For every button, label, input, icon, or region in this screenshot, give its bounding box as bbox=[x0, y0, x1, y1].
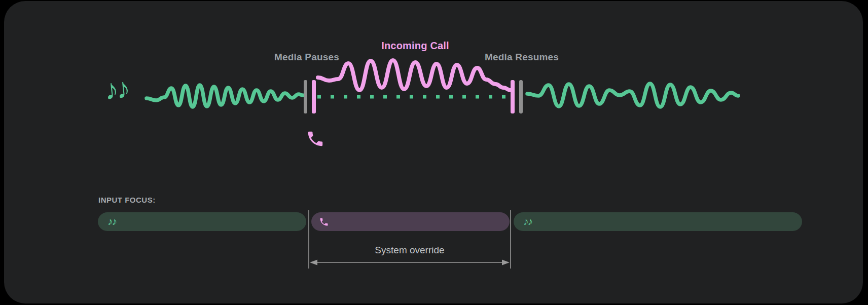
media-waveform-after bbox=[527, 84, 738, 107]
music-notes-icon: ♪♪ bbox=[107, 216, 116, 226]
override-range-arrow bbox=[309, 258, 511, 266]
system-override-label: System override bbox=[375, 245, 444, 256]
music-notes-icon: ♪♪ bbox=[523, 216, 532, 226]
incoming-call-waveform bbox=[318, 60, 511, 90]
arrowhead-right-icon bbox=[502, 260, 510, 265]
focus-bar-media-after: ♪♪ bbox=[514, 212, 802, 231]
arrowhead-left-icon bbox=[310, 260, 317, 265]
audio-focus-diagram: Media Pauses Incoming Call Media Resumes… bbox=[0, 0, 868, 305]
input-focus-heading: INPUT FOCUS: bbox=[98, 196, 156, 204]
media-pause-marker bbox=[304, 80, 307, 113]
diagram-card: Media Pauses Incoming Call Media Resumes… bbox=[4, 1, 863, 303]
focus-bar-media-before: ♪♪ bbox=[98, 212, 306, 231]
timeline-waveform bbox=[4, 1, 868, 168]
call-end-marker bbox=[511, 80, 515, 113]
focus-bar-call bbox=[311, 212, 510, 231]
media-waveform-before bbox=[147, 85, 303, 107]
media-resume-marker bbox=[519, 80, 523, 113]
phone-icon bbox=[308, 132, 322, 146]
call-start-marker bbox=[312, 80, 316, 113]
phone-icon bbox=[319, 217, 329, 227]
